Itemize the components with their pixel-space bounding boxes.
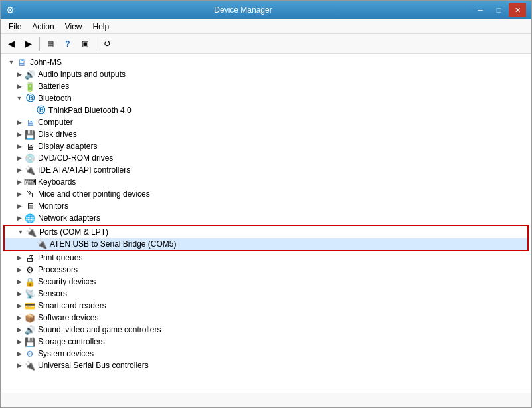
ide-icon: 🔌	[25, 165, 35, 175]
refresh-button[interactable]: ↺	[99, 36, 115, 52]
tree-item-display-adapters[interactable]: ▶ 🖥 Display adapters	[3, 140, 529, 152]
expander-usb[interactable]: ▶	[14, 360, 25, 371]
tree-item-mice[interactable]: ▶ 🖱 Mice and other pointing devices	[3, 188, 529, 200]
expander-print[interactable]: ▶	[14, 253, 25, 263]
tree-item-security[interactable]: ▶ 🔒 Security devices	[3, 276, 529, 288]
title-bar-title: Device Manager	[15, 5, 472, 15]
smartcard-label: Smart card readers	[38, 301, 106, 310]
toolbar-separator-2	[96, 37, 96, 51]
mice-label: Mice and other pointing devices	[38, 189, 150, 199]
tree-item-sound[interactable]: ▶ 🔊 Sound, video and game controllers	[3, 324, 529, 336]
toolbar-separator-1	[39, 37, 40, 51]
expander-john-ms[interactable]: ▼	[6, 57, 17, 68]
expander-mice[interactable]: ▶	[14, 189, 25, 199]
menu-help[interactable]: Help	[88, 21, 115, 33]
minimize-button[interactable]: ─	[472, 3, 489, 17]
expander-security[interactable]: ▶	[14, 276, 25, 287]
tree-item-usb[interactable]: ▶ 🔌 Universal Serial Bus controllers	[3, 359, 529, 371]
batteries-label: Batteries	[38, 82, 69, 91]
tree-item-dvd[interactable]: ▶ 💿 DVD/CD-ROM drives	[3, 152, 529, 164]
storage-icon: 💾	[25, 336, 35, 347]
expander-storage[interactable]: ▶	[14, 336, 25, 347]
computer-label: Computer	[38, 118, 73, 127]
tree-item-network[interactable]: ▶ 🌐 Network adapters	[3, 212, 529, 224]
tree-item-aten-usb[interactable]: ▶ 🔌 ATEN USB to Serial Bridge (COM5)	[5, 238, 527, 250]
bluetooth-label: Bluetooth	[38, 94, 72, 103]
tree-item-audio[interactable]: ▶ 🔊 Audio inputs and outputs	[3, 68, 529, 80]
tree-item-batteries[interactable]: ▶ 🔋 Batteries	[3, 80, 529, 92]
tree-item-processors[interactable]: ▶ ⚙ Processors	[3, 264, 529, 276]
device-manager-window: ⚙ Device Manager ─ □ ✕ File Action View …	[0, 0, 532, 408]
title-bar: ⚙ Device Manager ─ □ ✕	[1, 1, 531, 19]
expander-display[interactable]: ▶	[14, 141, 25, 152]
tree-item-storage[interactable]: ▶ 💾 Storage controllers	[3, 336, 529, 348]
expander-disk[interactable]: ▶	[14, 129, 25, 140]
expander-bluetooth[interactable]: ▼	[14, 93, 25, 104]
aten-usb-icon: 🔌	[37, 239, 47, 249]
expander-sensors[interactable]: ▶	[14, 288, 25, 299]
tree-item-system[interactable]: ▶ ⚙ System devices	[3, 348, 529, 359]
forward-button[interactable]: ▶	[21, 36, 37, 52]
security-icon: 🔒	[25, 276, 35, 287]
menu-file[interactable]: File	[3, 21, 27, 33]
expander-smartcard[interactable]: ▶	[14, 300, 25, 311]
show-hide-button[interactable]: ▤	[43, 36, 58, 52]
audio-icon: 🔊	[25, 69, 35, 80]
restore-button[interactable]: □	[490, 3, 507, 17]
display-adapters-label: Display adapters	[38, 142, 97, 151]
menu-bar: File Action View Help	[1, 19, 531, 34]
software-icon: 📦	[25, 312, 35, 323]
tree-item-ide[interactable]: ▶ 🔌 IDE ATA/ATAPI controllers	[3, 164, 529, 176]
tree-item-disk-drives[interactable]: ▶ 💾 Disk drives	[3, 128, 529, 140]
ports-label: Ports (COM & LPT)	[39, 227, 108, 237]
print-icon: 🖨	[25, 253, 35, 263]
expander-software[interactable]: ▶	[14, 312, 25, 323]
network-icon: 🌐	[25, 213, 35, 223]
expander-ide[interactable]: ▶	[14, 165, 25, 175]
monitor-icon: 🖥	[25, 201, 35, 211]
mouse-icon: 🖱	[25, 189, 35, 199]
tree-item-sensors[interactable]: ▶ 📡 Sensors	[3, 288, 529, 300]
ports-icon: 🔌	[26, 227, 37, 237]
monitors-label: Monitors	[38, 201, 68, 211]
properties-button[interactable]: ▣	[77, 36, 93, 52]
expander-computer[interactable]: ▶	[14, 117, 25, 128]
expander-batteries[interactable]: ▶	[14, 81, 25, 92]
tree-item-ports[interactable]: ▼ 🔌 Ports (COM & LPT)	[5, 226, 527, 238]
expander-processors[interactable]: ▶	[14, 264, 25, 275]
battery-icon: 🔋	[25, 81, 35, 92]
system-label: System devices	[38, 349, 94, 358]
back-button[interactable]: ◀	[3, 36, 19, 52]
status-bar	[1, 393, 531, 407]
tree-root-john-ms[interactable]: ▼ 🖥 John-MS	[3, 56, 529, 68]
expander-dvd[interactable]: ▶	[14, 153, 25, 163]
expander-ports[interactable]: ▼	[15, 227, 26, 237]
device-tree-area[interactable]: ▼ 🖥 John-MS ▶ 🔊 Audio inputs and outputs…	[1, 54, 531, 393]
smartcard-icon: 💳	[25, 300, 35, 311]
tree-item-keyboards[interactable]: ▶ ⌨ Keyboards	[3, 176, 529, 188]
menu-view[interactable]: View	[60, 21, 88, 33]
expander-monitors[interactable]: ▶	[14, 201, 25, 211]
display-icon: 🖥	[25, 141, 35, 152]
tree-item-computer[interactable]: ▶ 🖥 Computer	[3, 116, 529, 128]
tree-item-print[interactable]: ▶ 🖨 Print queues	[3, 252, 529, 264]
help-properties-button[interactable]: ?	[60, 36, 76, 52]
sound-label: Sound, video and game controllers	[38, 325, 161, 334]
expander-system[interactable]: ▶	[14, 348, 25, 359]
tree-item-thinkpad-bluetooth[interactable]: ▶ Ⓑ ThinkPad Bluetooth 4.0	[3, 104, 529, 116]
disk-icon: 💾	[25, 129, 35, 140]
expander-network[interactable]: ▶	[14, 213, 25, 223]
expander-sound[interactable]: ▶	[14, 324, 25, 335]
title-bar-controls: ─ □ ✕	[472, 3, 526, 17]
bluetooth-icon: Ⓑ	[25, 93, 35, 104]
menu-action[interactable]: Action	[27, 21, 59, 33]
expander-audio[interactable]: ▶	[14, 69, 25, 80]
tree-item-monitors[interactable]: ▶ 🖥 Monitors	[3, 200, 529, 212]
print-label: Print queues	[38, 253, 82, 262]
usb-icon: 🔌	[25, 360, 35, 371]
tree-item-smartcard[interactable]: ▶ 💳 Smart card readers	[3, 300, 529, 312]
tree-item-bluetooth[interactable]: ▼ Ⓑ Bluetooth	[3, 92, 529, 104]
tree-item-software[interactable]: ▶ 📦 Software devices	[3, 312, 529, 324]
close-button[interactable]: ✕	[509, 3, 526, 17]
toolbar: ◀ ▶ ▤ ? ▣ ↺	[1, 34, 531, 54]
